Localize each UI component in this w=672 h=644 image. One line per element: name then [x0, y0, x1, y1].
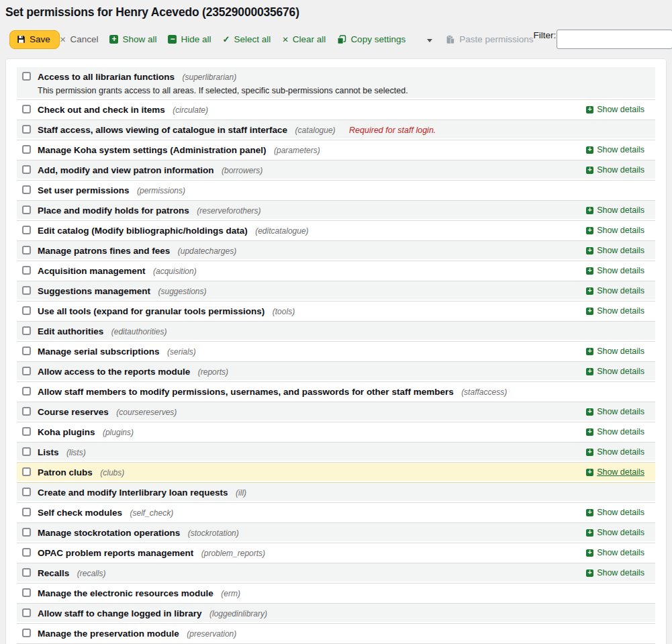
permission-checkbox[interactable]: [22, 286, 31, 295]
plus-box-icon: [586, 106, 593, 113]
show-details-link[interactable]: Show details: [578, 244, 644, 257]
permission-checkbox[interactable]: [22, 205, 31, 214]
show-details-link[interactable]: Show details: [578, 103, 644, 116]
plus-box-icon: [109, 35, 118, 44]
permission-text: Suggestions management (suggestions): [38, 284, 207, 298]
permission-checkbox[interactable]: [22, 629, 31, 637]
show-details-link[interactable]: Show details: [578, 465, 644, 479]
copy-settings-dropdown-button[interactable]: [423, 33, 436, 46]
show-details-link[interactable]: Show details: [578, 405, 644, 418]
show-details-link[interactable]: Show details: [578, 425, 644, 439]
permission-checkbox[interactable]: [22, 488, 31, 496]
permission-checkbox[interactable]: [22, 326, 31, 335]
permission-row: Koha plugins (plugins) Show details: [17, 422, 655, 443]
permission-checkbox[interactable]: [22, 145, 31, 154]
permission-row: Set user permissions (permissions): [17, 181, 655, 201]
paste-permissions-button[interactable]: Paste permissions: [446, 34, 533, 44]
permission-checkbox[interactable]: [22, 427, 31, 436]
permission-text: Staff access, allows viewing of catalogu…: [38, 123, 436, 137]
select-all-button[interactable]: Select all: [223, 34, 271, 44]
show-details-link[interactable]: Show details: [578, 143, 644, 156]
show-details-link[interactable]: Show details: [578, 203, 644, 217]
show-details-link[interactable]: Show details: [578, 365, 644, 378]
plus-box-icon: [586, 348, 593, 355]
plus-box-icon: [586, 227, 593, 234]
permission-text: Edit authorities (editauthorities): [38, 324, 166, 338]
minus-box-icon: [168, 35, 177, 44]
permission-name: Course reserves: [38, 407, 109, 417]
plus-box-icon: [586, 408, 593, 416]
cancel-button[interactable]: Cancel: [60, 34, 99, 44]
permission-checkbox[interactable]: [22, 246, 31, 255]
show-all-button[interactable]: Show all: [109, 34, 156, 44]
permission-name: Suggestions management: [38, 286, 150, 296]
permission-checkbox[interactable]: [22, 548, 31, 557]
permission-name: Staff access, allows viewing of catalogu…: [38, 125, 287, 135]
permission-text: Use all tools (expand for granular tools…: [38, 304, 295, 318]
permission-checkbox[interactable]: [22, 608, 31, 617]
permission-name: Manage Koha system settings (Administrat…: [38, 145, 267, 155]
permission-text: Self check modules (self_check): [38, 506, 173, 520]
show-details-link[interactable]: Show details: [578, 344, 644, 358]
show-details-link[interactable]: Show details: [578, 264, 644, 277]
permission-code: (catalogue): [295, 126, 336, 135]
plus-box-icon: [586, 287, 593, 295]
show-details-link[interactable]: Show details: [578, 284, 644, 297]
permission-name: Create and modify Interlibrary loan requ…: [38, 488, 228, 498]
permission-code: (lists): [66, 448, 86, 457]
show-details-label: Show details: [597, 425, 644, 439]
permission-code: (suggestions): [158, 287, 207, 296]
permission-text: Lists (lists): [38, 445, 86, 459]
permission-checkbox[interactable]: [22, 226, 31, 234]
permission-checkbox[interactable]: [22, 367, 31, 375]
save-button[interactable]: Save: [9, 30, 60, 49]
filter-input[interactable]: [557, 30, 672, 49]
show-details-link[interactable]: Show details: [578, 546, 644, 559]
permission-checkbox[interactable]: [22, 407, 31, 416]
show-details-link[interactable]: Show details: [578, 566, 644, 580]
show-details-link[interactable]: Show details: [578, 506, 644, 519]
plus-box-icon: [586, 569, 593, 577]
permission-checkbox[interactable]: [22, 508, 31, 516]
permission-row: Suggestions management (suggestions) Sho…: [17, 281, 655, 302]
permission-checkbox[interactable]: [22, 568, 31, 577]
show-details-link[interactable]: Show details: [578, 304, 644, 318]
permission-code: (borrowers): [222, 166, 262, 175]
permission-checkbox[interactable]: [22, 588, 31, 597]
permission-checkbox[interactable]: [22, 528, 31, 537]
copy-settings-label: Copy settings: [350, 34, 405, 44]
permission-code: (clubs): [100, 468, 124, 477]
permission-checkbox[interactable]: [22, 125, 31, 134]
permission-checkbox[interactable]: [22, 105, 31, 113]
show-details-label: Show details: [597, 526, 644, 539]
show-details-link[interactable]: Show details: [578, 445, 644, 459]
permission-row: Manage serial subscriptions (serials) Sh…: [17, 342, 655, 362]
permission-checkbox[interactable]: [22, 347, 31, 355]
permission-checkbox[interactable]: [22, 165, 31, 174]
clear-all-label: Clear all: [293, 34, 326, 44]
filter-group: Filter:: [533, 30, 672, 49]
permission-checkbox[interactable]: [22, 467, 31, 476]
show-details-link[interactable]: Show details: [578, 224, 644, 237]
permission-row: Access to all librarian functions (super…: [17, 67, 655, 100]
check-icon: [223, 35, 230, 44]
hide-all-button[interactable]: Hide all: [168, 34, 211, 44]
show-details-link[interactable]: Show details: [578, 526, 644, 539]
permission-name: Check out and check in items: [38, 105, 165, 115]
permission-name: Set user permissions: [38, 185, 130, 195]
permission-checkbox[interactable]: [22, 447, 31, 456]
x-icon: [60, 35, 66, 44]
clear-all-button[interactable]: Clear all: [282, 34, 326, 44]
show-details-link[interactable]: Show details: [578, 163, 644, 177]
plus-box-icon: [586, 549, 593, 557]
permission-checkbox[interactable]: [22, 387, 31, 396]
permission-checkbox[interactable]: [22, 72, 31, 81]
permission-checkbox[interactable]: [22, 185, 31, 194]
permission-checkbox[interactable]: [22, 306, 31, 315]
permission-text: Acquisition management (acquisition): [38, 264, 197, 278]
permission-text: Course reserves (coursereserves): [38, 405, 177, 419]
permission-checkbox[interactable]: [22, 266, 31, 275]
plus-box-icon: [586, 167, 593, 174]
permission-text: Set user permissions (permissions): [38, 183, 185, 197]
copy-settings-button[interactable]: Copy settings: [337, 34, 405, 44]
